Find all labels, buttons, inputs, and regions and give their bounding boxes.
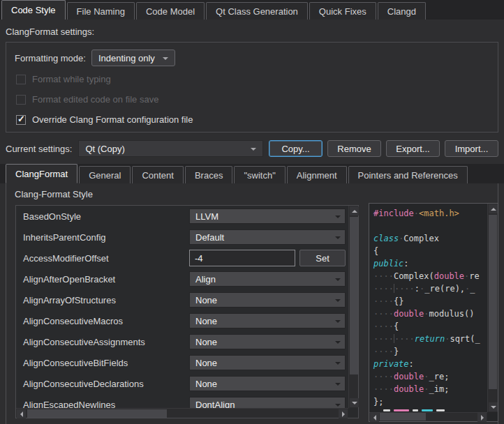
tab-label: Code Style	[11, 5, 56, 15]
formatting-mode-label: Formatting mode:	[15, 53, 86, 63]
style-option-row-alignconsecutiveassignments: AlignConsecutiveAssignments None	[16, 331, 348, 352]
style-option-dropdown[interactable]: LLVM	[189, 209, 346, 224]
style-option-input[interactable]	[189, 250, 295, 266]
code-style-settings-page: Code Style File Naming Code Model Qt Cla…	[0, 0, 504, 424]
scrollbar-thumb[interactable]	[489, 215, 497, 389]
table-vertical-scrollbar[interactable]	[348, 206, 358, 408]
checkbox-format-edited-code-on-file-save: Format edited code on file save	[15, 93, 489, 105]
tab-braces[interactable]: Braces	[185, 166, 232, 183]
scroll-up-button[interactable]	[489, 204, 498, 213]
table-horizontal-scrollbar[interactable]	[16, 408, 348, 418]
button-label: Remove	[337, 144, 371, 154]
style-option-dropdown[interactable]: None	[189, 292, 346, 308]
style-option-row-alignconsecutivedeclarations: AlignConsecutiveDeclarations None	[16, 373, 348, 394]
current-settings-value: Qt (Copy)	[85, 144, 124, 154]
scroll-down-button[interactable]	[489, 402, 498, 411]
checkbox-label: Format edited code on file save	[32, 94, 158, 105]
dropdown-value: None	[195, 379, 217, 389]
code-line: ····double·_im;	[373, 383, 487, 395]
code-line: ····double·_re;	[373, 370, 487, 383]
checkbox-icon[interactable]	[16, 95, 26, 105]
tab-label: ClangFormat	[15, 169, 68, 179]
scroll-right-button[interactable]	[339, 409, 348, 418]
clang-format-style-title: Clang-Format Style	[15, 189, 93, 199]
code-line: ········:·_re(re),·_	[373, 282, 487, 295]
checkbox-override-clang-format-configuration-file[interactable]: Override Clang Format configuration file	[15, 114, 489, 126]
tab-code-model[interactable]: Code Model	[136, 2, 205, 20]
tab-general[interactable]: General	[79, 166, 131, 183]
formatting-mode-value: Indenting only	[98, 53, 155, 63]
style-option-widget: DontAlign	[189, 397, 346, 408]
style-option-key: InheritsParentConfig	[23, 232, 189, 243]
style-option-dropdown[interactable]: None	[189, 376, 346, 391]
style-option-row-alignafteropenbracket: AlignAfterOpenBracket Align	[16, 268, 348, 289]
dropdown-value: DontAlign	[195, 400, 235, 409]
style-option-dropdown[interactable]: None	[189, 334, 346, 349]
scroll-up-button[interactable]	[350, 206, 359, 215]
top-tabbar: Code Style File Naming Code Model Qt Cla…	[0, 0, 504, 20]
tab-quick-fixes[interactable]: Quick Fixes	[309, 2, 376, 20]
scrollbar-corner	[348, 408, 358, 418]
tab-clangd[interactable]: Clangd	[378, 2, 426, 20]
checkbox-icon[interactable]	[16, 75, 26, 84]
checkbox-icon[interactable]	[16, 115, 26, 125]
style-option-widget: Set	[189, 250, 346, 266]
dropdown-value: None	[195, 295, 217, 305]
scrollbar-thumb[interactable]	[350, 217, 358, 374]
code-line: ····{}	[373, 295, 487, 308]
tab-file-naming[interactable]: File Naming	[67, 2, 135, 20]
copy-button[interactable]: Copy...	[269, 140, 323, 157]
scroll-down-button[interactable]	[350, 398, 359, 407]
style-option-key: AlignEscapedNewlines	[23, 400, 189, 409]
style-option-widget: LLVM	[189, 209, 346, 224]
tab-pointers-and-references[interactable]: Pointers and References	[348, 166, 468, 183]
tab-alignment[interactable]: Alignment	[287, 166, 347, 183]
style-option-row-inheritsparentconfig: InheritsParentConfig Default	[16, 227, 348, 248]
dropdown-value: Align	[195, 274, 216, 285]
preview-vertical-scrollbar[interactable]	[487, 204, 498, 412]
tab-label: Clangd	[387, 6, 416, 17]
import-button[interactable]: Import...	[445, 140, 498, 157]
style-option-row-accessmodifieroffset: AccessModifierOffset Set	[16, 248, 348, 268]
remove-button[interactable]: Remove	[327, 140, 381, 157]
chevron-down-icon	[335, 341, 341, 347]
scroll-right-button[interactable]	[477, 413, 487, 422]
tab-content[interactable]: Content	[132, 166, 184, 183]
style-tabbar: ClangFormat General Content Braces "swit…	[0, 164, 504, 183]
style-options-rows: BasedOnStyle LLVM InheritsParentConfig D…	[16, 206, 348, 408]
export-button[interactable]: Export...	[386, 140, 440, 157]
style-option-dropdown[interactable]: DontAlign	[189, 397, 346, 408]
style-option-dropdown[interactable]: None	[189, 313, 346, 328]
checkbox-label: Format while typing	[32, 74, 111, 84]
code-preview-editor[interactable]: #include·<math.h>class·Complex{public:··…	[369, 203, 498, 422]
tab-label: Quick Fixes	[319, 6, 366, 17]
style-option-key: AlignAfterOpenBracket	[23, 274, 189, 285]
dropdown-value: None	[195, 316, 217, 326]
button-label: Export...	[396, 144, 429, 154]
scroll-left-button[interactable]	[370, 413, 379, 422]
style-option-key: AlignConsecutiveAssignments	[23, 337, 189, 347]
chevron-down-icon	[335, 362, 341, 368]
preview-horizontal-scrollbar[interactable]	[369, 412, 487, 421]
style-option-widget: None	[189, 313, 346, 328]
style-option-widget: None	[189, 376, 346, 391]
tab-label: Alignment	[297, 170, 337, 181]
style-option-dropdown[interactable]: None	[189, 355, 346, 370]
scroll-left-button[interactable]	[17, 409, 26, 418]
tab-switch[interactable]: "switch"	[234, 166, 285, 183]
scrollbar-thumb[interactable]	[27, 409, 167, 418]
style-option-dropdown[interactable]: Default	[189, 229, 346, 245]
current-settings-combobox[interactable]: Qt (Copy)	[78, 140, 263, 157]
tab-clangformat[interactable]: ClangFormat	[6, 164, 77, 183]
chevron-down-icon	[335, 383, 341, 388]
tab-label: Braces	[195, 170, 223, 181]
checkbox-format-while-typing: Format while typing	[15, 73, 489, 85]
tab-qt-class-generation[interactable]: Qt Class Generation	[206, 2, 308, 20]
style-option-dropdown[interactable]: Align	[189, 271, 346, 287]
scrollbar-thumb[interactable]	[380, 413, 426, 421]
set-button[interactable]: Set	[299, 250, 346, 266]
formatting-mode-combobox[interactable]: Indenting only	[91, 50, 175, 66]
chevron-down-icon	[335, 320, 341, 326]
tab-label: General	[89, 170, 121, 181]
tab-code-style[interactable]: Code Style	[1, 0, 66, 20]
